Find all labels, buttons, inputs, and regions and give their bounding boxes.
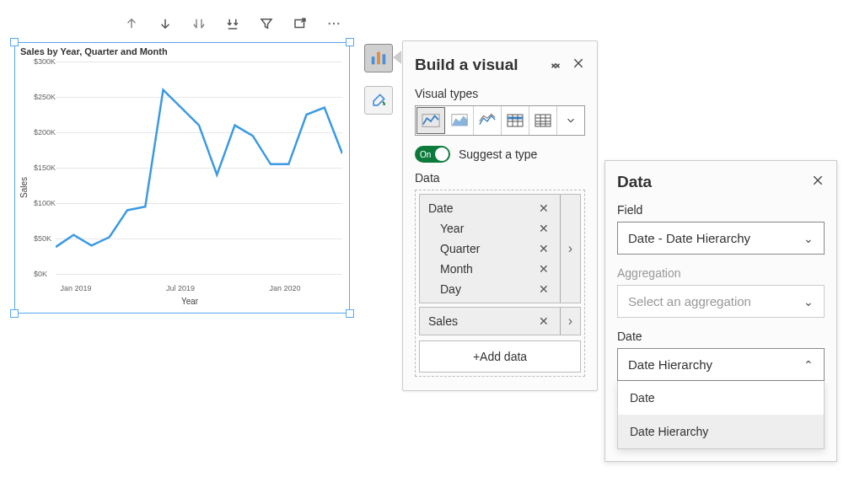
- remove-field-icon[interactable]: ✕: [536, 282, 551, 296]
- aggregation-label: Aggregation: [617, 266, 825, 280]
- field-month[interactable]: Month✕: [420, 259, 560, 279]
- drill-up-icon[interactable]: [123, 15, 140, 32]
- format-visual-tab[interactable]: [364, 86, 393, 115]
- visual-action-toolbar: [123, 15, 342, 32]
- remove-field-icon[interactable]: ✕: [536, 314, 551, 328]
- data-field-well: Date✕ Year✕ Quarter✕ Month✕ Day✕ › Sales…: [415, 190, 585, 377]
- y-tick: $250K: [34, 93, 56, 101]
- y-tick: $0K: [34, 270, 47, 278]
- build-visual-tab[interactable]: [364, 44, 393, 72]
- callout-pointer: [393, 51, 401, 64]
- x-tick: Jul 2019: [166, 284, 195, 292]
- field-day[interactable]: Day✕: [420, 279, 560, 299]
- y-axis-label: Sales: [19, 177, 29, 198]
- date-hierarchy-select[interactable]: Date Hierarchy ⌃: [617, 348, 825, 381]
- data-options-panel: Data Field Date - Date Hierarchy ⌄ Aggre…: [605, 160, 837, 462]
- svg-point-3: [337, 23, 339, 24]
- gridline: [56, 274, 342, 275]
- chart-title: Sales by Year, Quarter and Month: [15, 43, 349, 60]
- svg-marker-8: [452, 116, 467, 126]
- collapse-icon[interactable]: [548, 53, 563, 77]
- close-icon[interactable]: [572, 56, 585, 73]
- svg-rect-9: [508, 115, 523, 126]
- field-select[interactable]: Date - Date Hierarchy ⌄: [617, 222, 825, 255]
- field-date[interactable]: Date✕: [420, 198, 560, 218]
- svg-point-1: [329, 23, 330, 24]
- resize-handle[interactable]: [346, 309, 354, 318]
- remove-field-icon[interactable]: ✕: [536, 201, 551, 215]
- more-visual-types[interactable]: [557, 106, 584, 135]
- sales-field[interactable]: Sales✕ ›: [419, 307, 581, 335]
- y-tick: $200K: [34, 128, 56, 137]
- chart-plot-area: Sales $0K$50K$100K$150K$200K$250K$300K J…: [37, 62, 342, 304]
- resize-handle[interactable]: [10, 38, 19, 46]
- data-section-label: Data: [415, 171, 585, 185]
- chevron-up-icon: ⌃: [803, 358, 814, 372]
- drill-down-icon[interactable]: [157, 15, 174, 32]
- resize-handle[interactable]: [346, 38, 354, 46]
- field-label: Field: [617, 203, 825, 217]
- field-options-chevron[interactable]: ›: [560, 195, 580, 303]
- stacked-area-chart-type[interactable]: [474, 106, 502, 135]
- y-tick: $150K: [34, 164, 56, 172]
- focus-mode-icon[interactable]: [292, 15, 309, 32]
- add-data-button[interactable]: +Add data: [419, 340, 581, 373]
- y-tick: $100K: [34, 199, 56, 207]
- remove-field-icon[interactable]: ✕: [536, 222, 551, 235]
- more-options-icon[interactable]: [325, 15, 342, 32]
- field-options-chevron[interactable]: ›: [560, 308, 580, 335]
- filter-icon[interactable]: [258, 15, 275, 32]
- suggest-type-label: Suggest a type: [459, 147, 537, 161]
- x-tick: Jan 2019: [60, 284, 91, 292]
- chevron-down-icon: ⌄: [803, 295, 814, 308]
- y-tick: $300K: [34, 57, 56, 66]
- chevron-down-icon: ⌄: [803, 232, 814, 245]
- svg-rect-5: [377, 52, 380, 65]
- visual-types-picker: [415, 105, 585, 136]
- table-type[interactable]: [502, 106, 529, 135]
- svg-rect-6: [383, 54, 386, 64]
- matrix-type[interactable]: [529, 106, 557, 135]
- x-axis-label: Year: [181, 297, 198, 306]
- area-chart-type[interactable]: [446, 106, 474, 135]
- visual-container[interactable]: Sales by Year, Quarter and Month Sales $…: [14, 42, 350, 314]
- line-chart: [56, 62, 342, 274]
- remove-field-icon[interactable]: ✕: [536, 262, 551, 276]
- date-field-group: Date✕ Year✕ Quarter✕ Month✕ Day✕ ›: [419, 194, 581, 303]
- x-tick: Jan 2020: [269, 284, 300, 292]
- svg-rect-4: [372, 56, 375, 64]
- dropdown-option-date[interactable]: Date: [618, 381, 824, 415]
- y-tick: $50K: [34, 234, 51, 243]
- resize-handle[interactable]: [10, 309, 19, 318]
- line-chart-type[interactable]: [416, 107, 445, 134]
- expand-all-down-icon[interactable]: [224, 15, 241, 32]
- close-icon[interactable]: [811, 174, 825, 190]
- expand-next-level-icon[interactable]: [191, 15, 207, 32]
- data-panel-title: Data: [617, 173, 652, 191]
- field-quarter[interactable]: Quarter✕: [420, 239, 560, 259]
- aggregation-select: Select an aggregation ⌄: [617, 285, 825, 318]
- panel-title: Build a visual: [415, 56, 518, 74]
- svg-point-2: [333, 23, 335, 24]
- suggest-type-toggle[interactable]: On: [415, 146, 450, 163]
- field-year[interactable]: Year✕: [420, 218, 560, 239]
- dropdown-option-date-hierarchy[interactable]: Date Hierarchy: [618, 415, 824, 448]
- svg-rect-14: [535, 115, 551, 126]
- date-label: Date: [617, 330, 825, 343]
- remove-field-icon[interactable]: ✕: [536, 242, 551, 255]
- build-visual-panel: Build a visual Visual types On Suggest a…: [402, 40, 598, 391]
- date-hierarchy-dropdown: Date Date Hierarchy: [617, 381, 825, 449]
- visual-types-label: Visual types: [415, 87, 585, 100]
